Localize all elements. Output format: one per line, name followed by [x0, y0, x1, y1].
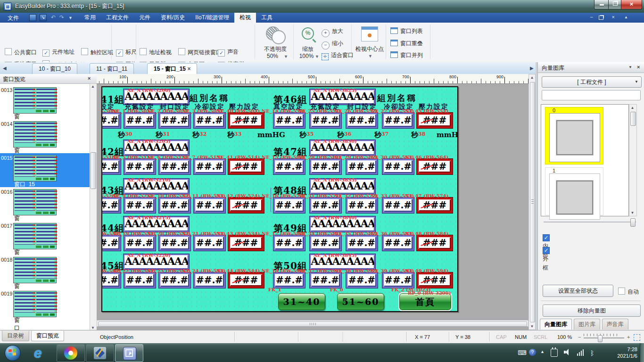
redo-icon[interactable]: ↷: [59, 14, 64, 21]
canvas-vertical-scrollbar[interactable]: ▲ ▼: [528, 74, 536, 330]
numeric-field[interactable]: ##.#: [101, 197, 121, 213]
tray-help-icon[interactable]: ?: [529, 349, 536, 356]
numeric-field[interactable]: ##.#: [101, 113, 121, 128]
library-tab-声音库[interactable]: 声音库: [602, 319, 628, 329]
tab-scroll-left-icon[interactable]: ◀: [3, 66, 7, 71]
nav-button-51~60組[interactable]: 51~60組: [337, 293, 384, 310]
panel-close-icon[interactable]: ×: [637, 64, 640, 70]
numeric-field[interactable]: ##.#: [310, 197, 341, 213]
numeric-field-red[interactable]: ###: [228, 197, 264, 213]
panel-tab-窗口预览[interactable]: 窗口预览: [31, 331, 64, 341]
show-desktop-button[interactable]: [640, 343, 644, 362]
numeric-field-red[interactable]: ###: [417, 235, 453, 251]
library-tab-图片库[interactable]: 图片库: [574, 319, 600, 329]
checkbox-icon[interactable]: ✓: [218, 49, 225, 57]
numeric-field-red[interactable]: ###: [228, 272, 264, 288]
library-select[interactable]: [ 工程文件 ] ▼: [542, 76, 642, 88]
unit-label[interactable]: mmHG: [257, 131, 285, 139]
fit-to-window-icon[interactable]: [634, 334, 640, 341]
numeric-field-red[interactable]: ###: [228, 159, 264, 174]
checkbox-icon[interactable]: ✓: [42, 49, 50, 57]
hscroll-thumb[interactable]: [98, 321, 527, 327]
numeric-field[interactable]: ##.#: [346, 159, 378, 174]
canvas-scroll-up-icon[interactable]: ▲: [529, 75, 535, 80]
taskbar-easybuilder-button[interactable]: [115, 344, 143, 362]
vscroll-thumb[interactable]: [530, 82, 535, 322]
seconds-label[interactable]: 秒32: [192, 131, 206, 140]
preview-scroll-thumb[interactable]: [91, 152, 96, 189]
numeric-field[interactable]: ##.#: [159, 197, 190, 213]
preview-thumbnail[interactable]: [13, 291, 57, 317]
numeric-field[interactable]: ##.#: [194, 197, 225, 213]
numeric-field-red[interactable]: ###: [417, 113, 453, 128]
ribbon-restore-icon[interactable]: [599, 16, 603, 20]
view-checkbox-地址检视[interactable]: 地址检视: [140, 48, 172, 55]
numeric-field[interactable]: ##.#: [273, 113, 305, 128]
numeric-field[interactable]: ##.#: [159, 272, 190, 288]
numeric-field[interactable]: ##.#: [124, 235, 156, 251]
view-checkbox-网页链接窗口[interactable]: 网页链接窗口: [178, 48, 222, 55]
numeric-field[interactable]: ##.#: [346, 272, 378, 288]
numeric-field[interactable]: ##.#: [346, 113, 378, 128]
window-preview-item[interactable]: 0015窗口_15: [0, 153, 90, 187]
numeric-field[interactable]: ##.#: [382, 113, 414, 128]
fit-window-button[interactable]: ✛适合窗口: [322, 51, 354, 60]
preview-thumbnail[interactable]: [13, 87, 57, 114]
numeric-field[interactable]: ##.#: [159, 159, 190, 174]
close-button[interactable]: ×: [621, 0, 642, 9]
numeric-field[interactable]: ##.#: [382, 235, 414, 251]
window-overlap-button[interactable]: 窗口重叠: [390, 40, 423, 48]
quick-access-dropdown-icon[interactable]: ▼: [68, 16, 73, 20]
tray-bluetooth-icon[interactable]: ᛒ: [590, 349, 594, 357]
zoom-in-button[interactable]: +放大: [322, 27, 343, 37]
numeric-field[interactable]: ##.#: [310, 159, 341, 174]
numeric-field-red[interactable]: ###: [417, 197, 453, 213]
ribbon-tab-元件[interactable]: 元件: [134, 13, 156, 23]
panel-tab-目录树[interactable]: 目录树: [2, 331, 29, 341]
numeric-field[interactable]: ##.#: [273, 235, 305, 251]
compile-download-icon[interactable]: ↘: [40, 14, 47, 21]
checkbox-icon[interactable]: ✓: [543, 247, 550, 254]
taskbar-browser-button[interactable]: [57, 344, 85, 362]
numeric-field[interactable]: ##.#: [346, 197, 378, 213]
ribbon-close-icon[interactable]: ×: [612, 14, 615, 20]
numeric-field-red[interactable]: ###: [417, 272, 453, 288]
checkbox-icon[interactable]: [140, 48, 147, 55]
panel-menu-icon[interactable]: ▼: [628, 65, 632, 69]
ribbon-minimize-icon[interactable]: −: [590, 14, 593, 20]
auto-checkbox[interactable]: 自动: [618, 287, 639, 296]
editor-canvas[interactable]: 100200300400500600700800900 第41組AAAAAAAA…: [97, 74, 536, 330]
start-button[interactable]: [5, 345, 21, 361]
panel-close-icon[interactable]: ×: [88, 75, 91, 81]
view-checkbox-触控区域[interactable]: 触控区域: [81, 48, 113, 55]
numeric-field-red[interactable]: ###: [228, 235, 264, 251]
tab-close-icon[interactable]: ×: [186, 66, 190, 72]
save-icon[interactable]: [29, 14, 36, 21]
numeric-field[interactable]: ##.#: [273, 197, 305, 213]
numeric-field[interactable]: ##.#: [194, 272, 225, 288]
set-all-states-button[interactable]: 设置至全部状态: [543, 285, 613, 297]
nav-button-首頁[interactable]: 首頁: [399, 293, 451, 310]
preview-thumbnail[interactable]: [13, 223, 57, 249]
tab-scroll-right-icon[interactable]: ▶: [530, 66, 534, 71]
option-checkbox-外框[interactable]: ✓外框: [543, 245, 552, 272]
preview-scrollbar[interactable]: ▲ ▼: [90, 83, 97, 331]
canvas-horizontal-scrollbar[interactable]: [97, 320, 528, 327]
ribbon-tab-工具[interactable]: 工具: [256, 13, 278, 23]
seconds-label[interactable]: 秒33: [227, 131, 241, 140]
checkbox-icon[interactable]: ✓: [116, 49, 123, 57]
scroll-down-icon[interactable]: ▼: [90, 326, 96, 330]
scroll-up-icon[interactable]: ▲: [629, 106, 636, 110]
ribbon-tab-检视[interactable]: 检视: [234, 13, 256, 23]
auto-checkbox-box[interactable]: [618, 288, 625, 295]
status-zoom-thumb[interactable]: [598, 335, 603, 342]
numeric-field[interactable]: ##.#: [382, 197, 414, 213]
preview-thumbnail[interactable]: [13, 257, 57, 283]
remove-vector-button[interactable]: 移除向量图: [543, 304, 641, 317]
ribbon-tab-资料/历史[interactable]: 资料/历史: [156, 13, 190, 23]
seconds-label[interactable]: 秒38: [411, 131, 425, 140]
tray-keyboard-icon[interactable]: ⌨: [518, 349, 527, 356]
numeric-field-red[interactable]: ###: [417, 159, 453, 174]
checkbox-icon[interactable]: ✓: [543, 234, 550, 241]
numeric-field[interactable]: ##.#: [310, 235, 341, 251]
